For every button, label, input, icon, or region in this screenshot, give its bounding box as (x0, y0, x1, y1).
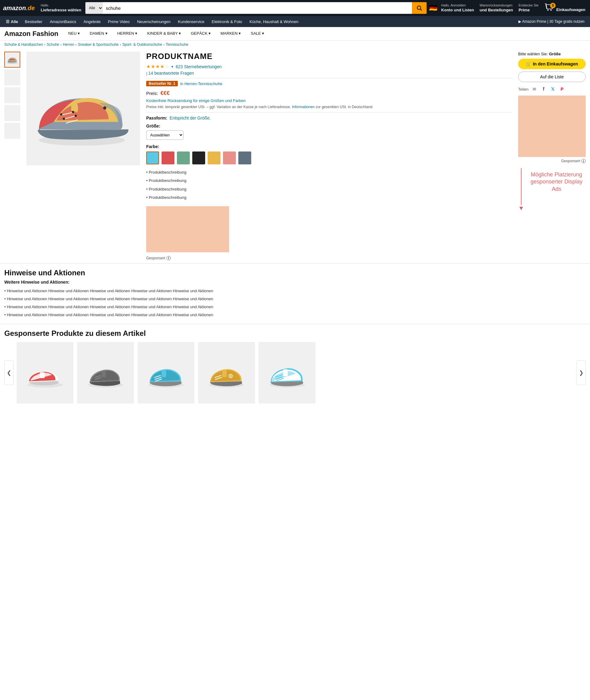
pinterest-share-icon[interactable]: P (559, 86, 566, 92)
facebook-share-icon[interactable]: f (540, 86, 547, 92)
carousel-prev-button[interactable]: ❮ (4, 360, 13, 385)
product-card-5-image (266, 356, 309, 389)
nav-item-elektronik[interactable]: Elektronik & Foto (208, 17, 245, 26)
breadcrumb-schuhe-handtaschen[interactable]: Schuhe & Handtaschen (4, 42, 43, 47)
prime-label: Prime (519, 8, 539, 13)
product-card-3[interactable] (137, 342, 194, 404)
add-to-cart-button[interactable]: 🛒 In den Einkaufswagen (518, 59, 586, 69)
orders-label: und Bestellungen (479, 8, 513, 13)
breadcrumb-sneaker[interactable]: Sneaker & Sportsschuhe (78, 42, 118, 47)
info-icon-product[interactable]: ℹ (167, 256, 171, 260)
fashion-nav-marken[interactable]: MARKEN ▾ (216, 27, 246, 40)
search-button[interactable] (412, 2, 426, 14)
svg-point-0 (417, 6, 421, 9)
product-card-4-image (205, 356, 248, 389)
nav-item-kueche[interactable]: Küche, Haushalt & Wohnen (246, 17, 302, 26)
svg-point-2 (547, 9, 549, 11)
arrow-down-icon: ▼ (518, 205, 524, 211)
nav-item-angebote[interactable]: Angebote (80, 17, 104, 26)
nav-item-neuerscheinungen[interactable]: Neuerscheinungen (133, 17, 174, 26)
fashion-nav-herren[interactable]: HERREN ▾ (112, 27, 142, 40)
main-product-image[interactable] (26, 52, 140, 165)
fit-value[interactable]: Entspricht der Größe. (170, 115, 211, 120)
color-swatch-3[interactable] (177, 152, 190, 164)
star-5: ☆ (165, 64, 169, 70)
thumbnail-5[interactable] (4, 123, 20, 139)
svg-point-12 (63, 118, 65, 120)
search-bar: Alle (85, 2, 426, 14)
thumbnail-1[interactable] (4, 52, 20, 68)
account-box[interactable]: Hallo, Anmelden Konto und Listen (440, 2, 476, 14)
add-to-list-button[interactable]: Auf die Liste (518, 72, 586, 82)
thumbnail-3[interactable] (4, 87, 20, 103)
fashion-nav: Amazon Fashion NEU ▾ DAMEN ▾ HERREN ▾ KI… (0, 27, 590, 40)
nav-item-kundenservice[interactable]: Kundenservice (175, 17, 208, 26)
sponsored-label-sidebar: Gesponsert ℹ (518, 159, 586, 163)
questions-row: | 14 beantwortete Fragen (146, 71, 512, 76)
size-select[interactable]: Auswählen 36373839 40414243 444546 (146, 130, 184, 140)
svg-line-1 (420, 9, 422, 11)
fashion-brand[interactable]: Amazon Fashion (3, 30, 63, 38)
breadcrumb-tennis[interactable]: Tennisschuhe (166, 42, 188, 47)
color-swatches (146, 152, 512, 164)
fit-label: Passform: (146, 115, 167, 120)
orders-box[interactable]: Warenrücksendungen und Bestellungen (478, 2, 514, 14)
svg-rect-35 (283, 369, 288, 376)
review-count-link[interactable]: 623 Sternebewertungen (176, 64, 221, 69)
color-swatch-2[interactable] (162, 152, 175, 164)
product-card-5[interactable] (259, 342, 315, 404)
thumbnail-4[interactable] (4, 105, 20, 121)
color-swatch-4[interactable] (192, 152, 205, 164)
breadcrumb-schuhe[interactable]: Schuhe (47, 42, 59, 47)
prime-box[interactable]: Entdecke Sie Prime (517, 2, 540, 14)
size-label: Größe: (146, 123, 512, 128)
product-card-1-image (24, 356, 67, 389)
product-cards (17, 342, 573, 404)
nav-item-amazonbasics[interactable]: AmazonBasics (46, 17, 80, 26)
email-share-icon[interactable]: ✉ (531, 86, 538, 92)
cart-box[interactable]: 0 Einkaufswagen (543, 1, 587, 16)
fashion-nav-gepaeck[interactable]: GEPÄCK ▾ (186, 27, 216, 40)
fashion-nav-neu[interactable]: NEU ▾ (63, 27, 85, 40)
nav-item-bestseller[interactable]: Bestseller (21, 17, 46, 26)
search-category-dropdown[interactable]: Alle (85, 2, 103, 14)
product-card-2[interactable] (77, 342, 134, 404)
amazon-logo[interactable]: amazon.de (3, 5, 35, 12)
star-rating[interactable]: ★ ★ ★ ★ ☆ (146, 64, 169, 70)
fashion-nav-sale[interactable]: SALE ▾ (246, 27, 269, 40)
star-2: ★ (151, 64, 155, 70)
breadcrumb: Schuhe & Handtaschen › Schuhe › Herren ›… (0, 40, 590, 49)
price-note-link[interactable]: Informationen (292, 105, 314, 109)
breadcrumb-outdoor[interactable]: Sport- & Outdoorschuhe (122, 42, 162, 47)
hinweise-title: Hinweise und Aktionen (4, 269, 586, 277)
color-swatch-7[interactable] (238, 152, 251, 164)
twitter-share-icon[interactable]: 𝕏 (550, 86, 556, 92)
orders-top: Warenrücksendungen (479, 3, 513, 7)
color-swatch-6[interactable] (223, 152, 236, 164)
fashion-nav-damen[interactable]: DAMEN ▾ (85, 27, 112, 40)
deliver-box[interactable]: Hallo Lieferadresse wählen (39, 2, 83, 14)
breadcrumb-herren[interactable]: Herren (63, 42, 74, 47)
product-desc-3: Produktbeschreibung (146, 185, 512, 193)
color-swatch-5[interactable] (208, 152, 220, 164)
questions-link[interactable]: 14 beantwortete Fragen (149, 71, 194, 76)
free-return-link[interactable]: Kostenfreie Rücksendung für einige Größe… (146, 98, 512, 103)
nav-item-prime-video[interactable]: Prime Video (105, 17, 133, 26)
fashion-nav-kinder[interactable]: KINDER & BABY ▾ (142, 27, 186, 40)
chevron-down-icon: ▾ (171, 65, 173, 69)
product-card-1[interactable] (17, 342, 73, 404)
svg-rect-24 (162, 370, 166, 377)
carousel-next-button[interactable]: ❯ (577, 360, 586, 385)
cart-count: 0 (550, 3, 556, 8)
color-swatch-1[interactable] (146, 152, 159, 164)
info-icon-sidebar[interactable]: ℹ (581, 159, 586, 163)
thumbnail-2[interactable] (4, 70, 20, 85)
product-card-4[interactable] (198, 342, 255, 404)
product-descriptions: Produktbeschreibung Produktbeschreibung … (146, 168, 512, 202)
hamburger-menu[interactable]: ☰ Alle (3, 17, 21, 26)
prime-banner[interactable]: ▶ Amazon Prime | 30 Tage gratis nutzen (516, 18, 587, 25)
search-input[interactable] (103, 2, 412, 14)
bestseller-category[interactable]: in Herren-Tennisschuhe (180, 81, 222, 86)
flag-dropdown[interactable]: 🇩🇪 (429, 4, 437, 12)
thumbnail-1-image (6, 54, 18, 66)
